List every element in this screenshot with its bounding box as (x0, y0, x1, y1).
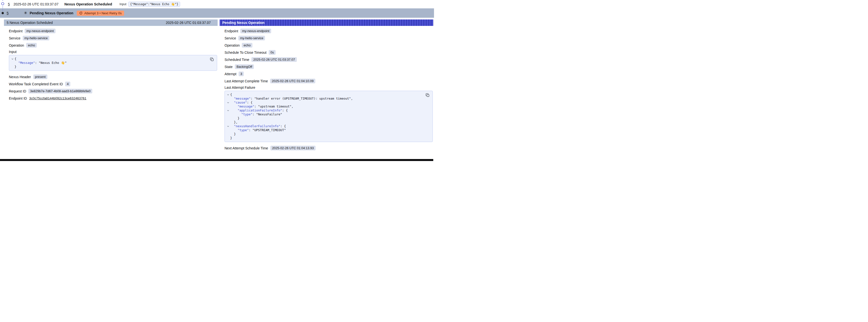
field-label: Scheduled Time (224, 58, 249, 62)
last-attempt-failure-label: Last Attempt Failure (224, 86, 433, 90)
event-input-label: Input (119, 2, 126, 6)
retry-icon (79, 11, 83, 15)
input-json-viewer: {"Message": "Nexus Echo 👋"} (9, 55, 217, 71)
field-label: Operation (9, 43, 24, 47)
copy-button[interactable] (425, 93, 430, 98)
scheduled-panel-timestamp: 2025-02-26 UTC 01:03:37.07 (166, 21, 211, 25)
field-value-badge: echo (242, 43, 252, 47)
code-text: { (230, 93, 232, 97)
event-id-link[interactable]: 5 (7, 11, 9, 15)
detail-field: Operationecho (224, 43, 433, 48)
code-gutter (226, 120, 230, 124)
code-text: "type": "UPSTREAM_TIMEOUT" (230, 128, 286, 132)
timeline-gutter (0, 0, 5, 18)
field-label: Endpoint (224, 29, 238, 33)
code-text: { (14, 57, 17, 61)
detail-field: Last Attempt Complete Time2025-02-26 UTC… (224, 78, 433, 84)
collapse-chevron-icon[interactable] (226, 93, 230, 97)
detail-field: Request ID3e829b7e-7d67-4b08-aad3-b1e868… (9, 89, 217, 94)
collapse-chevron-icon[interactable] (226, 108, 230, 112)
copy-button[interactable] (209, 57, 215, 62)
code-line: "message": "handler error (UPSTREAM_TIME… (226, 97, 423, 101)
detail-field: Schedule To Close Timeout0s (224, 50, 433, 55)
field-label: Request ID (9, 89, 26, 93)
timeline-graphic (0, 0, 5, 18)
code-line: "type": "NexusFailure" (226, 112, 423, 117)
detail-field: Servicemy-hello-service (9, 35, 217, 41)
field-value-badge: 2025-02-26 UTC 01:03:37.07 (251, 57, 297, 62)
code-text: "applicationFailureInfo": { (230, 108, 288, 112)
attempt-retry-badge: Attempt 3 • Next Retry 0s (77, 10, 124, 16)
detail-field: Attempt3 (224, 71, 433, 76)
field-label: Last Attempt Complete Time (224, 79, 268, 83)
field-value-badge: 2025-02-26 UTC 01:04:10.09 (270, 79, 315, 83)
scheduled-panel-title: 5 Nexus Operation Scheduled (7, 21, 53, 25)
field-value-badge: my-hello-service (23, 36, 50, 40)
pending-event-title: Pending Nexus Operation (30, 11, 73, 15)
pending-panel-title: Pending Nexus Operation (222, 21, 265, 25)
code-line: { (226, 93, 423, 97)
code-gutter (226, 132, 230, 136)
code-line: "nexusHandlerFailureInfo": { (226, 124, 423, 128)
event-id-link[interactable]: 5 (8, 2, 10, 6)
code-line: "Message": "Nexus Echo 👋" (10, 61, 207, 65)
scheduled-panel-header[interactable]: 5 Nexus Operation Scheduled 2025-02-26 U… (4, 20, 218, 26)
field-label: Workflow Task Completed Event ID (9, 82, 63, 86)
field-label: Attempt (224, 72, 236, 76)
detail-field: Servicemy-hello-service (224, 35, 433, 41)
code-text: "Message": "Nexus Echo 👋" (14, 61, 67, 65)
code-line: }, (226, 120, 423, 124)
endpoint-id-link[interactable]: 3c0c75ccfa8144b092c13ce632463761 (29, 96, 86, 100)
field-value-badge: my-nexus-endpoint (240, 29, 271, 33)
panel-nexus-operation-scheduled: 5 Nexus Operation Scheduled 2025-02-26 U… (4, 20, 218, 103)
scheduled-fields-top: Endpointmy-nexus-endpointServicemy-hello… (9, 28, 217, 48)
code-line: "applicationFailureInfo": { (226, 108, 423, 112)
field-label: Endpoint ID (9, 96, 27, 100)
event-title: Nexus Operation Scheduled (64, 2, 112, 6)
collapse-chevron-icon[interactable] (10, 57, 14, 61)
field-value-badge: BackingOff (235, 64, 254, 69)
field-value-badge: 0s (269, 50, 276, 55)
code-text: "type": "NexusFailure" (230, 112, 282, 117)
field-value-badge: 4 (65, 82, 70, 86)
code-line: } (10, 65, 207, 69)
code-text: "nexusHandlerFailureInfo": { (230, 124, 286, 128)
field-label: Service (224, 36, 236, 40)
field-label: Service (9, 36, 21, 40)
field-next-attempt-schedule-time: Next Attempt Schedule Time 2025-02-26 UT… (224, 146, 433, 151)
bottom-bar (0, 159, 433, 161)
code-line: { (10, 57, 207, 61)
code-gutter (10, 65, 14, 69)
code-gutter (226, 136, 230, 140)
panel-pending-nexus-operation: Pending Nexus Operation Endpointmy-nexus… (220, 20, 433, 153)
detail-field: Workflow Task Completed Event ID4 (9, 82, 217, 87)
code-gutter (226, 112, 230, 117)
input-section-label: Input (9, 50, 217, 54)
event-detail-panels: 5 Nexus Operation Scheduled 2025-02-26 U… (4, 20, 433, 153)
code-text: } (230, 136, 232, 140)
copy-icon (210, 58, 214, 61)
field-value-badge: 3e829b7e-7d67-4b08-aad3-b1e868bfe9e0 (28, 89, 92, 93)
event-row-pending-nexus-operation[interactable]: 5 ✳ Pending Nexus Operation Attempt 3 • … (0, 8, 434, 18)
event-timestamp: 2025-02-26 UTC 01:03:37.07 (13, 2, 59, 6)
detail-field: Scheduled Time2025-02-26 UTC 01:03:37.07 (224, 57, 433, 62)
code-gutter (226, 104, 230, 108)
event-row-nexus-operation-scheduled[interactable]: 5 2025-02-26 UTC 01:03:37.07 Nexus Opera… (0, 0, 434, 8)
code-gutter (226, 117, 230, 120)
code-gutter (10, 61, 14, 65)
collapse-chevron-icon[interactable] (226, 124, 230, 128)
code-line: } (226, 132, 423, 136)
field-value-badge: 3 (239, 71, 244, 76)
code-text: "cause": { (230, 101, 252, 104)
pending-fields-top: Endpointmy-nexus-endpointServicemy-hello… (224, 28, 433, 84)
field-label: Next Attempt Schedule Time (224, 146, 268, 150)
field-label: Schedule To Close Timeout (224, 51, 267, 55)
field-endpoint-id: Endpoint ID 3c0c75ccfa8144b092c13ce63246… (9, 96, 217, 101)
code-text: "message": "upstream timeout", (230, 104, 293, 108)
detail-field: Nexus Headerpresent (9, 74, 217, 79)
code-line: } (226, 136, 423, 140)
code-line: } (226, 117, 423, 120)
code-gutter (226, 97, 230, 101)
field-label: State (224, 65, 232, 69)
collapse-chevron-icon[interactable] (226, 101, 230, 104)
